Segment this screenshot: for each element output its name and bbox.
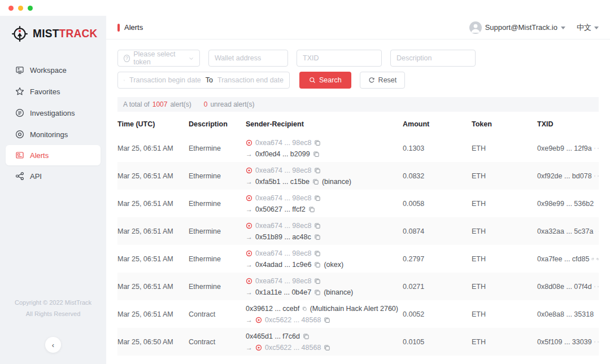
alert-txid-cell: 0x0e8a8 ... 35318	[537, 310, 599, 318]
table-row: Mar 25, 06:51 AM Ethermine 0xea674 ... 9…	[117, 134, 599, 162]
copy-icon[interactable]	[314, 234, 321, 240]
sidebar-item-label: Favorites	[30, 87, 60, 96]
sidebar-item-workspace[interactable]: Workspace	[0, 59, 106, 81]
monitored-address-icon	[246, 250, 252, 257]
sender-recipient-cell: 0xea674 ... 98ec8 → 0x4adad ... 1c9e6	[246, 248, 403, 270]
column-header-sender-recipient: Sender-Recipient	[246, 120, 403, 128]
external-link-icon[interactable]	[595, 228, 596, 235]
sender-address[interactable]: 0xea674 ... 98ec8	[255, 165, 311, 176]
date-range-picker[interactable]: Transaction begin date To Transaction en…	[117, 72, 290, 89]
maximize-window-button[interactable]	[28, 6, 33, 11]
sender-address[interactable]: 0x465d1 ... f7c6d	[246, 331, 300, 342]
copy-icon[interactable]	[314, 222, 321, 229]
copy-icon[interactable]	[314, 261, 321, 268]
arrow-right-icon: →	[246, 287, 252, 298]
sidebar-item-label: Alerts	[30, 151, 49, 160]
arrow-right-icon: →	[246, 342, 252, 353]
copy-icon[interactable]	[314, 250, 321, 257]
txid-value[interactable]: 0x98e99 ... 536b2	[537, 200, 594, 208]
txid-value[interactable]: 0xa7fee ... cfd85	[537, 255, 589, 263]
sender-address[interactable]: 0x39612 ... ccebf	[246, 303, 299, 314]
date-end-placeholder: Transaction end date	[217, 76, 284, 84]
sender-line: 0xea674 ... 98ec8	[246, 165, 398, 176]
page-title: Alerts	[124, 23, 143, 32]
sender-address[interactable]: 0xea674 ... 98ec8	[255, 220, 311, 231]
close-window-button[interactable]	[8, 6, 14, 11]
search-button[interactable]: Search	[299, 72, 351, 89]
external-link-icon[interactable]	[594, 173, 595, 179]
copy-icon[interactable]	[598, 145, 599, 152]
copy-icon[interactable]	[312, 178, 319, 185]
copy-icon[interactable]	[302, 305, 307, 312]
alert-description: Ethermine	[189, 200, 246, 208]
alert-description: Ethermine	[189, 283, 246, 291]
sender-address[interactable]: 0xea674 ... 98ec8	[255, 248, 311, 259]
copy-icon[interactable]	[324, 317, 330, 323]
user-email: Support@MistTrack.io	[485, 23, 557, 32]
alert-description: Ethermine	[189, 172, 246, 180]
sidebar-item-alerts[interactable]: Alerts	[6, 145, 101, 165]
sidebar-item-favorites[interactable]: Favorites	[0, 81, 106, 102]
copy-icon[interactable]	[314, 139, 321, 146]
txid-value[interactable]: 0xe9eb9 ... 12f9a	[537, 144, 592, 152]
recipient-address[interactable]: 0x4adad ... 1c9e6	[255, 259, 311, 270]
language-selector[interactable]: 中文	[577, 23, 599, 33]
external-link-icon[interactable]	[594, 339, 595, 345]
copy-icon[interactable]	[314, 195, 321, 201]
misttrack-crosshair-icon	[11, 25, 28, 42]
copy-icon[interactable]	[596, 256, 599, 262]
sender-address[interactable]: 0xea674 ... 98ec8	[255, 275, 311, 287]
recipient-address[interactable]: 0x50627 ... ffcf2	[255, 204, 306, 215]
user-account-menu[interactable]: Support@MistTrack.io	[469, 21, 565, 34]
copy-icon[interactable]	[324, 344, 330, 351]
copy-icon[interactable]	[314, 278, 321, 284]
arrow-right-icon: →	[246, 231, 252, 243]
sidebar-collapse-button[interactable]: ‹	[45, 337, 61, 353]
copy-icon[interactable]	[598, 283, 599, 290]
column-header-txid: TXID	[537, 120, 599, 128]
txid-input[interactable]	[303, 54, 376, 62]
wallet-address-input[interactable]	[215, 54, 282, 62]
recipient-address[interactable]: 0xfa5b1 ... c15be	[255, 176, 310, 187]
alert-token: ETH	[472, 255, 537, 263]
copy-icon[interactable]	[598, 173, 599, 179]
sidebar-item-api[interactable]: API	[0, 165, 106, 187]
txid-value[interactable]: 0x8d08e ... 07f4d	[537, 283, 592, 291]
token-select[interactable]: ? Please select token	[117, 50, 200, 67]
recipient-address[interactable]: 0xc5622 ... 48568	[265, 314, 321, 326]
txid-value[interactable]: 0xa32aa ... 5c37a	[537, 227, 593, 235]
sender-address[interactable]: 0xea674 ... 98ec8	[255, 192, 311, 204]
txid-value[interactable]: 0x0e8a8 ... 35318	[537, 310, 594, 318]
copy-icon[interactable]	[314, 289, 321, 296]
recipient-tag: (binance)	[322, 176, 351, 187]
recipient-line: → 0x50627 ... ffcf2	[246, 204, 398, 215]
alert-txid-cell: 0xa32aa ... 5c37a	[537, 227, 599, 235]
external-link-icon[interactable]	[591, 256, 594, 262]
external-link-icon[interactable]	[594, 145, 595, 152]
minimize-window-button[interactable]	[18, 6, 23, 11]
copy-icon[interactable]	[598, 339, 599, 345]
recipient-address[interactable]: 0x1a11e ... 0b4e7	[255, 287, 311, 298]
alert-amount: 0.0105	[403, 338, 472, 346]
recipient-address[interactable]: 0xf0ed4 ... b2099	[255, 148, 310, 160]
sender-tag: (Multichain Hack Alert 2760)	[310, 303, 398, 314]
recipient-address[interactable]: 0x51b89 ... ac48c	[255, 231, 311, 243]
reset-button[interactable]: Reset	[360, 72, 406, 89]
monitored-address-icon	[246, 167, 252, 174]
copy-icon[interactable]	[313, 151, 320, 157]
copy-icon[interactable]	[314, 167, 321, 174]
copy-icon[interactable]	[303, 333, 310, 340]
sidebar-item-investigations[interactable]: Investigations	[0, 102, 106, 124]
alert-time: Mar 25, 06:51 AM	[117, 172, 189, 180]
sidebar-item-monitorings[interactable]: Monitorings	[0, 124, 106, 145]
copy-icon[interactable]	[308, 206, 315, 213]
copy-icon[interactable]	[598, 228, 599, 235]
txid-value[interactable]: 0xf92de ... bd078	[537, 172, 592, 180]
recipient-address[interactable]: 0xc5622 ... 48568	[265, 342, 321, 353]
alert-token: ETH	[472, 200, 537, 208]
alert-token: ETH	[472, 144, 537, 152]
sender-address[interactable]: 0xea674 ... 98ec8	[255, 137, 311, 148]
external-link-icon[interactable]	[594, 283, 595, 290]
txid-value[interactable]: 0x5f109 ... 33039	[537, 338, 592, 346]
description-input[interactable]	[396, 54, 469, 62]
